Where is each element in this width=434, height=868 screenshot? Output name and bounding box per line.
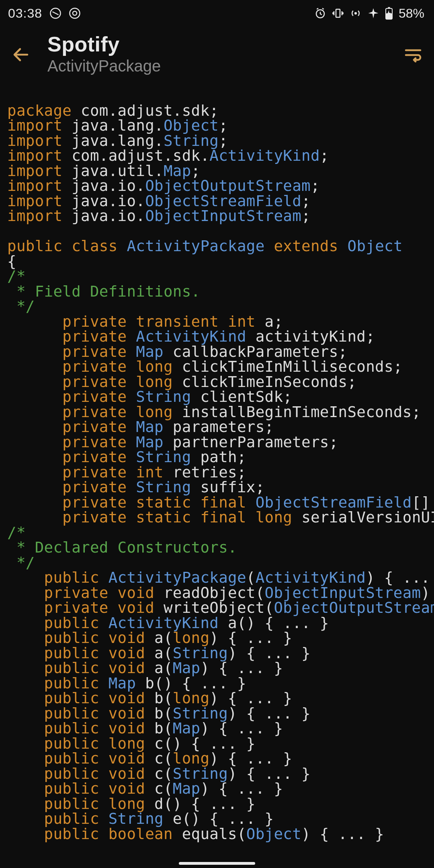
svg-point-2 (73, 11, 77, 15)
battery-percent: 58% (399, 6, 424, 21)
svg-rect-4 (336, 9, 340, 17)
app-subtitle: ActivityPackage (47, 57, 387, 75)
txt: ; (301, 207, 311, 225)
status-bar: 03:38 58% (0, 0, 434, 27)
arrow-left-icon (11, 45, 31, 64)
app-header: Spotify ActivityPackage (0, 27, 434, 82)
clock: 03:38 (8, 6, 42, 21)
header-titles: Spotify ActivityPackage (47, 32, 387, 75)
kw: class (72, 237, 117, 255)
battery-icon (385, 7, 393, 20)
kw: import (7, 207, 62, 225)
app-notif-icon-1 (49, 7, 61, 19)
svg-rect-7 (388, 7, 390, 8)
status-left: 03:38 (8, 6, 81, 21)
comment: * Declared Constructors. (7, 538, 237, 556)
svg-point-1 (70, 8, 80, 18)
txt: ; (320, 147, 329, 164)
airplane-mode-icon (367, 7, 379, 19)
txt: java.io. (62, 207, 145, 225)
svg-point-5 (354, 12, 357, 14)
home-indicator[interactable] (179, 862, 255, 865)
kw: extends (274, 237, 338, 255)
hotspot-icon (350, 7, 362, 19)
comment: * Field Definitions. (7, 283, 200, 300)
code-view[interactable]: package com.adjust.sdk; import java.lang… (0, 82, 434, 841)
back-button[interactable] (8, 45, 34, 64)
txt: ; (311, 177, 320, 194)
type: ActivityKind (209, 147, 320, 164)
status-right: 58% (314, 6, 424, 21)
type: Object (348, 237, 403, 255)
type: ObjectInputStream (145, 207, 301, 225)
vibrate-icon (332, 7, 344, 19)
word-wrap-icon (403, 45, 423, 65)
alarm-icon (314, 7, 326, 19)
app-notif-icon-2 (69, 7, 81, 19)
word-wrap-button[interactable] (400, 45, 426, 65)
app-title: Spotify (47, 32, 387, 56)
type: ActivityPackage (127, 237, 264, 255)
